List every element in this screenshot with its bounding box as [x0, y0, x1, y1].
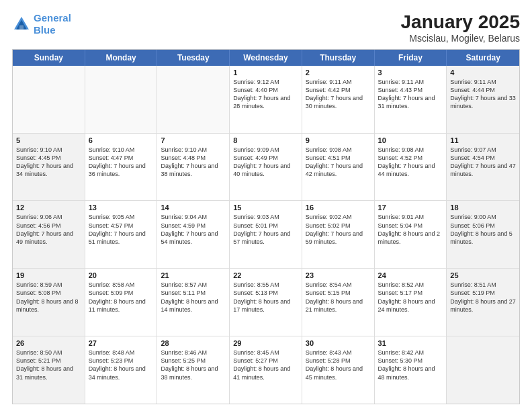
day-number: 30: [306, 339, 371, 347]
logo-icon: [12, 15, 31, 34]
cell-info: Sunrise: 8:48 AM Sunset: 5:23 PM Dayligh…: [89, 349, 154, 381]
logo: General Blue: [12, 12, 71, 36]
day-number: 18: [450, 203, 516, 212]
day-number: 7: [161, 136, 226, 144]
cal-cell: 18Sunrise: 9:00 AM Sunset: 5:06 PM Dayli…: [447, 201, 519, 268]
cell-info: Sunrise: 9:11 AM Sunset: 4:43 PM Dayligh…: [378, 78, 443, 111]
cal-cell: 7Sunrise: 9:10 AM Sunset: 4:48 PM Daylig…: [157, 134, 230, 201]
day-number: 10: [378, 136, 443, 144]
cal-cell: 24Sunrise: 8:52 AM Sunset: 5:17 PM Dayli…: [375, 269, 447, 336]
cal-header-cell: Thursday: [302, 50, 375, 66]
cell-info: Sunrise: 9:02 AM Sunset: 5:02 PM Dayligh…: [306, 213, 371, 246]
day-number: 29: [233, 339, 298, 347]
page: General Blue January 2025 Mscislau, Mogi…: [0, 0, 532, 411]
cal-cell: 3Sunrise: 9:11 AM Sunset: 4:43 PM Daylig…: [375, 66, 447, 133]
day-number: 3: [378, 68, 443, 77]
cal-cell: 22Sunrise: 8:55 AM Sunset: 5:13 PM Dayli…: [230, 269, 302, 336]
header: General Blue January 2025 Mscislau, Mogi…: [12, 12, 520, 44]
day-number: 22: [233, 271, 298, 279]
cell-info: Sunrise: 8:46 AM Sunset: 5:25 PM Dayligh…: [161, 349, 226, 381]
day-number: 26: [16, 339, 81, 347]
cell-info: Sunrise: 8:42 AM Sunset: 5:30 PM Dayligh…: [378, 349, 443, 381]
cal-cell: 14Sunrise: 9:04 AM Sunset: 4:59 PM Dayli…: [157, 201, 230, 268]
cal-header-cell: Saturday: [447, 50, 519, 66]
cell-info: Sunrise: 9:01 AM Sunset: 5:04 PM Dayligh…: [378, 213, 443, 246]
cal-row: 19Sunrise: 8:59 AM Sunset: 5:08 PM Dayli…: [13, 268, 519, 336]
day-number: 24: [378, 271, 443, 279]
cal-cell: 30Sunrise: 8:43 AM Sunset: 5:28 PM Dayli…: [302, 336, 375, 404]
logo-line2: Blue: [34, 24, 56, 36]
day-number: 15: [233, 203, 298, 212]
day-number: 23: [306, 271, 371, 279]
calendar-header: SundayMondayTuesdayWednesdayThursdayFrid…: [13, 50, 519, 66]
cal-cell: 17Sunrise: 9:01 AM Sunset: 5:04 PM Dayli…: [375, 201, 447, 268]
day-number: 11: [450, 136, 516, 144]
cal-row: 12Sunrise: 9:06 AM Sunset: 4:56 PM Dayli…: [13, 200, 519, 268]
cal-cell: 5Sunrise: 9:10 AM Sunset: 4:45 PM Daylig…: [13, 134, 85, 201]
cal-cell: 4Sunrise: 9:11 AM Sunset: 4:44 PM Daylig…: [447, 66, 519, 133]
cell-info: Sunrise: 9:11 AM Sunset: 4:42 PM Dayligh…: [306, 78, 371, 111]
cal-row: 5Sunrise: 9:10 AM Sunset: 4:45 PM Daylig…: [13, 133, 519, 201]
day-number: 17: [378, 203, 443, 212]
day-number: 5: [16, 136, 81, 144]
cell-info: Sunrise: 9:06 AM Sunset: 4:56 PM Dayligh…: [16, 213, 81, 246]
cell-info: Sunrise: 9:08 AM Sunset: 4:51 PM Dayligh…: [306, 146, 371, 179]
cal-header-cell: Tuesday: [157, 50, 230, 66]
calendar: SundayMondayTuesdayWednesdayThursdayFrid…: [12, 49, 520, 404]
logo-text: General Blue: [34, 12, 71, 36]
day-number: 8: [233, 136, 298, 144]
day-number: 21: [161, 271, 226, 279]
day-number: 13: [89, 203, 154, 212]
cal-cell: 26Sunrise: 8:50 AM Sunset: 5:21 PM Dayli…: [13, 336, 85, 404]
cal-row: 1Sunrise: 9:12 AM Sunset: 4:40 PM Daylig…: [13, 66, 519, 133]
svg-rect-2: [19, 26, 24, 30]
cal-cell: 10Sunrise: 9:08 AM Sunset: 4:52 PM Dayli…: [375, 134, 447, 201]
cell-info: Sunrise: 9:09 AM Sunset: 4:49 PM Dayligh…: [233, 146, 298, 179]
cell-info: Sunrise: 9:07 AM Sunset: 4:54 PM Dayligh…: [450, 146, 516, 179]
cal-cell: 28Sunrise: 8:46 AM Sunset: 5:25 PM Dayli…: [157, 336, 230, 404]
cal-cell: 23Sunrise: 8:54 AM Sunset: 5:15 PM Dayli…: [302, 269, 375, 336]
cell-info: Sunrise: 9:10 AM Sunset: 4:48 PM Dayligh…: [161, 146, 226, 179]
cal-row: 26Sunrise: 8:50 AM Sunset: 5:21 PM Dayli…: [13, 336, 519, 404]
cell-info: Sunrise: 9:04 AM Sunset: 4:59 PM Dayligh…: [161, 213, 226, 246]
calendar-body: 1Sunrise: 9:12 AM Sunset: 4:40 PM Daylig…: [13, 66, 519, 404]
day-number: 19: [16, 271, 81, 279]
cell-info: Sunrise: 8:50 AM Sunset: 5:21 PM Dayligh…: [16, 349, 81, 381]
cal-cell: 11Sunrise: 9:07 AM Sunset: 4:54 PM Dayli…: [447, 134, 519, 201]
cell-info: Sunrise: 8:54 AM Sunset: 5:15 PM Dayligh…: [306, 281, 371, 314]
day-number: 6: [89, 136, 154, 144]
cell-info: Sunrise: 9:08 AM Sunset: 4:52 PM Dayligh…: [378, 146, 443, 179]
cal-cell: 6Sunrise: 9:10 AM Sunset: 4:47 PM Daylig…: [85, 134, 158, 201]
cal-cell: 2Sunrise: 9:11 AM Sunset: 4:42 PM Daylig…: [302, 66, 375, 133]
cell-info: Sunrise: 9:10 AM Sunset: 4:45 PM Dayligh…: [16, 146, 81, 179]
day-number: 25: [450, 271, 516, 279]
day-number: 16: [306, 203, 371, 212]
cal-cell: 31Sunrise: 8:42 AM Sunset: 5:30 PM Dayli…: [375, 336, 447, 404]
day-number: 12: [16, 203, 81, 212]
cal-cell: 20Sunrise: 8:58 AM Sunset: 5:09 PM Dayli…: [85, 269, 158, 336]
page-subtitle: Mscislau, Mogilev, Belarus: [401, 33, 520, 44]
cell-info: Sunrise: 8:58 AM Sunset: 5:09 PM Dayligh…: [89, 281, 154, 314]
cell-info: Sunrise: 8:55 AM Sunset: 5:13 PM Dayligh…: [233, 281, 298, 314]
cal-cell: [157, 66, 230, 133]
day-number: 4: [450, 68, 516, 77]
cal-cell: 21Sunrise: 8:57 AM Sunset: 5:11 PM Dayli…: [157, 269, 230, 336]
cell-info: Sunrise: 8:52 AM Sunset: 5:17 PM Dayligh…: [378, 281, 443, 314]
cell-info: Sunrise: 9:11 AM Sunset: 4:44 PM Dayligh…: [450, 78, 516, 111]
day-number: 1: [233, 68, 298, 77]
cell-info: Sunrise: 9:12 AM Sunset: 4:40 PM Dayligh…: [233, 78, 298, 111]
day-number: 31: [378, 339, 443, 347]
cell-info: Sunrise: 8:45 AM Sunset: 5:27 PM Dayligh…: [233, 349, 298, 381]
cal-cell: 9Sunrise: 9:08 AM Sunset: 4:51 PM Daylig…: [302, 134, 375, 201]
day-number: 14: [161, 203, 226, 212]
cal-header-cell: Wednesday: [230, 50, 302, 66]
logo-line1: General: [34, 12, 71, 24]
cal-cell: 12Sunrise: 9:06 AM Sunset: 4:56 PM Dayli…: [13, 201, 85, 268]
cal-cell: 1Sunrise: 9:12 AM Sunset: 4:40 PM Daylig…: [230, 66, 302, 133]
title-block: January 2025 Mscislau, Mogilev, Belarus: [401, 12, 520, 44]
cell-info: Sunrise: 9:10 AM Sunset: 4:47 PM Dayligh…: [89, 146, 154, 179]
cal-cell: 29Sunrise: 8:45 AM Sunset: 5:27 PM Dayli…: [230, 336, 302, 404]
cal-cell: [85, 66, 158, 133]
cell-info: Sunrise: 8:59 AM Sunset: 5:08 PM Dayligh…: [16, 281, 81, 314]
cal-cell: [447, 336, 519, 404]
